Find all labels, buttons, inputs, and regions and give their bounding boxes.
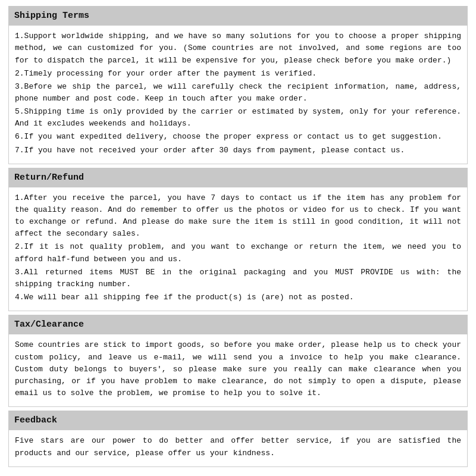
section-shipping: Shipping Terms1.Support worldwide shippi… <box>8 6 468 164</box>
section-title-shipping: Shipping Terms <box>14 11 89 21</box>
paragraph-tax-0: Some countries are stick to import goods… <box>15 339 461 399</box>
paragraph-feedback-0: Five stars are our power to do better an… <box>15 435 461 459</box>
section-title-return: Return/Refund <box>14 173 84 183</box>
section-body-tax: Some countries are stick to import goods… <box>8 334 468 407</box>
paragraph-shipping-0: 1.Support worldwide shipping, and we hav… <box>15 30 461 66</box>
paragraph-shipping-2: 3.Before we ship the parcel, we will car… <box>15 81 461 105</box>
paragraph-return-0: 1.After you receive the parcel, you have… <box>15 192 461 240</box>
section-body-feedback: Five stars are our power to do better an… <box>8 430 468 466</box>
section-body-return: 1.After you receive the parcel, you have… <box>8 187 468 311</box>
section-body-shipping: 1.Support worldwide shipping, and we hav… <box>8 26 468 164</box>
section-return: Return/Refund1.After you receive the par… <box>8 168 468 312</box>
section-title-tax: Tax/Clearance <box>14 320 84 330</box>
paragraph-return-3: 4.We will bear all shipping fee if the p… <box>15 292 461 303</box>
paragraph-shipping-5: 7.If you have not received your order af… <box>15 145 461 156</box>
paragraph-shipping-3: 5.Shipping time is only provided by the … <box>15 106 461 130</box>
page-wrapper: Shipping Terms1.Support worldwide shippi… <box>0 0 476 476</box>
paragraph-return-1: 2.If it is not quality problem, and you … <box>15 241 461 265</box>
paragraph-return-2: 3.All returned items MUST BE in the orig… <box>15 267 461 290</box>
paragraph-shipping-1: 2.Timely processing for your order after… <box>15 68 461 80</box>
paragraph-shipping-4: 6.If you want expedited delivery, choose… <box>15 131 461 143</box>
section-title-feedback: Feedback <box>14 415 57 425</box>
section-feedback: FeedbackFive stars are our power to do b… <box>8 411 468 467</box>
section-tax: Tax/ClearanceSome countries are stick to… <box>8 315 468 407</box>
section-header-shipping: Shipping Terms <box>8 6 468 26</box>
section-header-tax: Tax/Clearance <box>8 315 468 334</box>
section-header-return: Return/Refund <box>8 168 468 187</box>
section-header-feedback: Feedback <box>8 411 468 430</box>
